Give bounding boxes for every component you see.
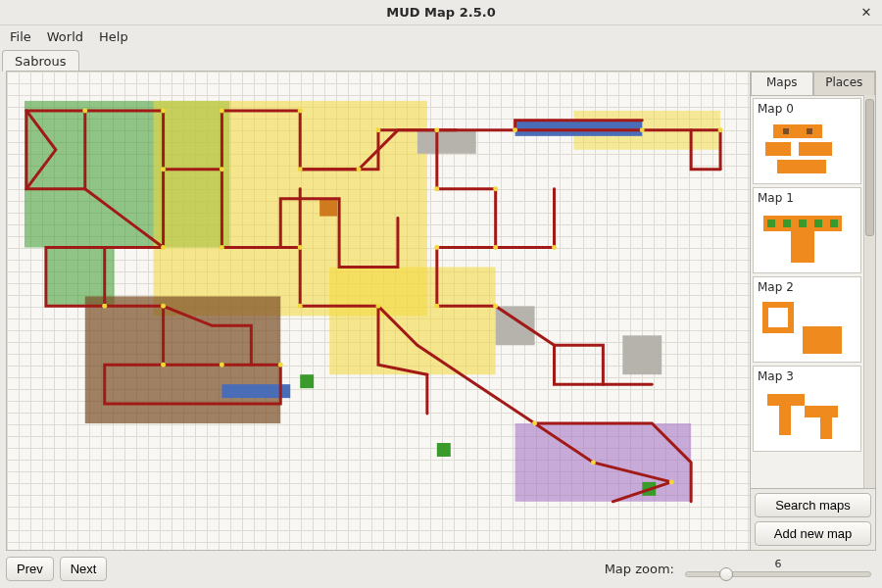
svg-rect-60 <box>783 220 791 227</box>
map-thumb-label: Map 1 <box>756 190 858 208</box>
svg-rect-61 <box>799 220 807 227</box>
svg-rect-69 <box>779 406 791 435</box>
window-titlebar: MUD Map 2.5.0 ✕ <box>0 0 882 25</box>
svg-point-31 <box>161 245 166 250</box>
svg-rect-68 <box>767 394 805 406</box>
map-thumbnail-list[interactable]: Map 0 Map 1 Map 2 <box>751 95 863 488</box>
search-maps-button[interactable]: Search maps <box>755 493 871 517</box>
svg-point-34 <box>434 245 439 250</box>
svg-rect-58 <box>791 231 814 263</box>
svg-point-25 <box>161 167 166 172</box>
svg-point-35 <box>493 245 498 250</box>
svg-point-19 <box>298 108 303 113</box>
map-thumb-label: Map 0 <box>756 101 858 119</box>
side-buttons: Search maps Add new map <box>751 488 875 550</box>
svg-point-23 <box>640 127 645 132</box>
map-svg <box>7 72 750 521</box>
window-title: MUD Map 2.5.0 <box>386 5 495 20</box>
svg-rect-55 <box>807 128 812 134</box>
world-tabs: Sabrous <box>0 47 882 71</box>
svg-rect-62 <box>814 220 822 227</box>
map-thumb-1[interactable]: Map 1 <box>753 187 861 273</box>
menu-help[interactable]: Help <box>93 27 134 46</box>
svg-point-18 <box>220 108 224 113</box>
svg-point-37 <box>102 304 107 309</box>
svg-point-28 <box>357 167 362 172</box>
zoom-label: Map zoom: <box>605 562 674 576</box>
svg-rect-71 <box>820 417 832 439</box>
svg-point-27 <box>298 167 303 172</box>
svg-point-46 <box>532 421 537 426</box>
svg-rect-9 <box>417 130 476 154</box>
scrollbar-thumb[interactable] <box>865 99 874 236</box>
side-tab-places[interactable]: Places <box>813 72 876 95</box>
svg-point-47 <box>591 460 596 465</box>
svg-point-29 <box>434 186 439 191</box>
svg-rect-70 <box>805 406 838 417</box>
map-thumb-0[interactable]: Map 0 <box>753 98 861 184</box>
menu-file[interactable]: File <box>4 27 37 46</box>
svg-point-40 <box>375 304 380 309</box>
svg-rect-3 <box>329 267 496 374</box>
menu-world[interactable]: World <box>41 27 89 46</box>
svg-rect-54 <box>783 128 789 134</box>
map-thumb-3[interactable]: Map 3 <box>753 366 861 452</box>
svg-point-33 <box>298 245 303 250</box>
svg-rect-50 <box>773 124 822 138</box>
svg-rect-7 <box>515 121 643 136</box>
svg-point-42 <box>493 304 498 309</box>
side-panel: Maps Places Map 0 Map 1 <box>750 72 875 550</box>
svg-point-41 <box>434 304 439 309</box>
svg-rect-59 <box>767 220 775 227</box>
side-tab-maps[interactable]: Maps <box>751 72 813 95</box>
main-panel: Maps Places Map 0 Map 1 <box>6 71 876 551</box>
svg-point-20 <box>375 127 380 132</box>
svg-point-44 <box>220 363 224 368</box>
zoom-control: 6 <box>680 560 876 577</box>
side-tabs: Maps Places <box>751 72 875 95</box>
svg-rect-53 <box>777 160 826 173</box>
svg-rect-51 <box>765 142 791 156</box>
bottom-bar: Prev Next Map zoom: 6 <box>6 555 876 582</box>
next-button[interactable]: Next <box>60 557 108 581</box>
svg-point-48 <box>669 479 674 484</box>
close-icon[interactable]: ✕ <box>858 4 874 20</box>
add-new-map-button[interactable]: Add new map <box>755 521 871 546</box>
svg-point-17 <box>161 108 166 113</box>
svg-point-16 <box>82 108 87 113</box>
svg-point-21 <box>434 127 439 132</box>
svg-point-45 <box>278 363 283 368</box>
svg-rect-52 <box>799 142 832 156</box>
svg-point-26 <box>220 167 224 172</box>
svg-rect-10 <box>496 306 535 345</box>
svg-point-43 <box>161 363 166 368</box>
svg-rect-66 <box>803 326 842 354</box>
svg-point-38 <box>161 304 166 309</box>
slider-thumb[interactable] <box>719 567 733 581</box>
tab-world[interactable]: Sabrous <box>2 50 79 72</box>
zoom-slider[interactable] <box>685 571 871 577</box>
svg-point-30 <box>493 186 498 191</box>
svg-point-39 <box>298 304 303 309</box>
svg-rect-12 <box>319 199 337 217</box>
side-scrollbar[interactable] <box>863 95 875 488</box>
svg-point-36 <box>552 245 557 250</box>
prev-button[interactable]: Prev <box>6 557 54 581</box>
map-thumb-label: Map 2 <box>756 279 858 297</box>
svg-rect-11 <box>622 335 662 374</box>
menubar: File World Help <box>0 25 882 47</box>
svg-rect-13 <box>437 443 451 457</box>
map-canvas[interactable] <box>7 72 750 550</box>
svg-rect-14 <box>300 374 314 388</box>
svg-point-24 <box>718 127 723 132</box>
map-thumb-2[interactable]: Map 2 <box>753 276 861 363</box>
map-thumb-label: Map 3 <box>756 368 858 386</box>
zoom-value: 6 <box>775 560 782 569</box>
svg-point-22 <box>513 127 517 132</box>
svg-rect-63 <box>830 220 838 227</box>
svg-point-32 <box>220 245 224 250</box>
